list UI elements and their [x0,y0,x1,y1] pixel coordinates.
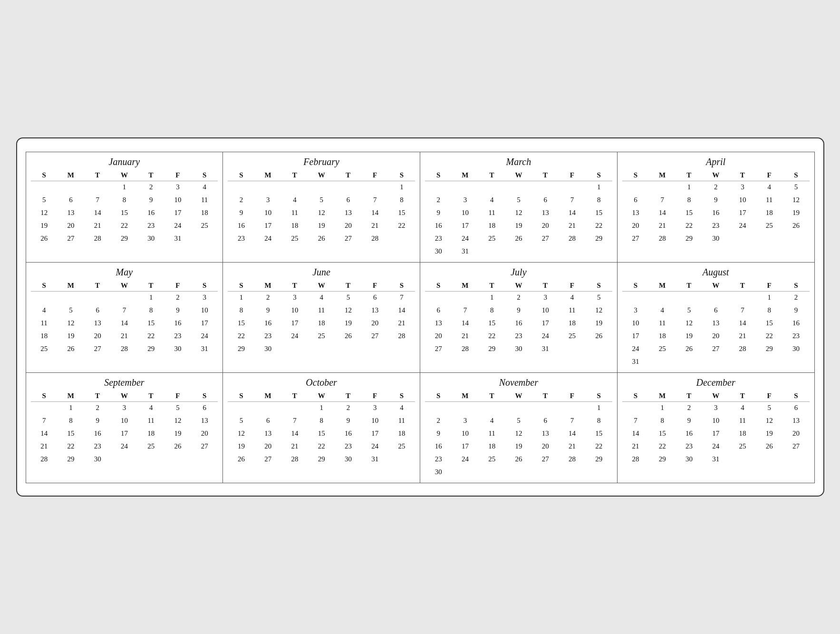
day-header: F [164,390,191,402]
day-cell: 6 [191,402,218,415]
day-cell: 19 [505,220,532,233]
day-cell [84,181,111,194]
day-cell [452,466,478,479]
day-cell: 8 [388,194,415,207]
day-cell: 23 [505,330,532,343]
footer-text [26,483,815,487]
day-cell: 24 [532,330,559,343]
day-cell [388,233,415,245]
day-cell: 11 [649,317,676,330]
day-grid: SMTWTFS123456789101112131415161718192021… [425,390,612,479]
day-cell [31,181,58,194]
day-cell [676,292,702,304]
day-cell: 23 [138,220,164,233]
day-cell: 21 [559,440,585,453]
day-cell: 4 [479,194,505,207]
day-cell [649,181,676,194]
day-header: T [729,170,756,181]
day-header: S [31,280,58,292]
day-cell: 16 [84,428,111,440]
day-cell: 13 [622,207,649,220]
day-cell: 13 [703,317,729,330]
day-cell: 27 [782,440,809,453]
day-cell: 14 [84,207,111,220]
month-name: February [228,155,415,170]
day-cell [255,402,281,415]
day-cell [729,233,756,245]
day-cell: 3 [281,292,308,304]
day-cell: 21 [111,330,137,343]
day-cell: 12 [586,304,612,317]
day-cell: 30 [84,453,111,466]
day-cell: 20 [782,428,809,440]
calendar-container: JanuarySMTWTFS12345678910111213141516171… [16,137,824,497]
day-cell: 12 [164,415,191,428]
day-cell: 11 [756,194,782,207]
day-grid: SMTWTFS123456789101112131415161718192021… [425,170,612,258]
day-cell: 16 [782,317,809,330]
day-cell [228,181,254,194]
day-cell: 8 [756,304,782,317]
day-cell [191,453,218,466]
day-cell: 6 [532,194,559,207]
day-cell: 21 [649,220,676,233]
day-cell: 7 [559,194,585,207]
day-cell [756,233,782,245]
day-cell: 14 [622,428,649,440]
day-header: W [308,390,335,402]
day-cell: 9 [255,304,281,317]
day-cell: 21 [622,440,649,453]
month-name: October [228,375,415,390]
day-cell: 17 [111,428,137,440]
day-header: T [729,280,756,292]
day-cell: 29 [58,453,84,466]
day-header: F [559,390,585,402]
day-cell: 20 [532,440,559,453]
day-cell: 17 [532,317,559,330]
day-header: S [586,390,612,402]
day-cell: 3 [452,194,478,207]
day-cell: 17 [255,220,281,233]
day-cell: 3 [164,181,191,194]
day-cell: 18 [388,428,415,440]
day-cell [425,292,452,304]
day-header: S [191,170,218,181]
day-header: S [31,170,58,181]
day-header: F [362,170,388,181]
month-name: January [31,155,218,170]
day-cell: 28 [84,233,111,245]
day-header: W [703,280,729,292]
day-cell: 4 [388,402,415,415]
day-cell: 4 [138,402,164,415]
day-cell [532,402,559,415]
day-cell: 19 [586,317,612,330]
day-cell: 29 [649,453,676,466]
day-cell: 2 [703,181,729,194]
day-cell [559,402,585,415]
month-cell-august: AugustSMTWTFS123456789101112131415161718… [618,263,815,373]
day-cell: 13 [532,207,559,220]
day-cell: 22 [308,440,335,453]
day-cell: 9 [164,304,191,317]
day-cell: 26 [31,233,58,245]
day-cell: 7 [729,304,756,317]
day-header: T [676,280,702,292]
day-cell: 5 [505,415,532,428]
day-cell [31,292,58,304]
day-cell: 27 [84,343,111,356]
day-cell: 25 [31,343,58,356]
day-cell: 25 [308,330,335,343]
day-cell: 24 [281,330,308,343]
day-cell: 21 [281,440,308,453]
day-cell: 1 [58,402,84,415]
day-grid: SMTWTFS123456789101112131415161718192021… [228,170,415,245]
day-cell: 10 [703,415,729,428]
day-cell: 10 [452,428,478,440]
day-cell: 11 [729,415,756,428]
day-cell: 15 [111,207,137,220]
day-cell: 3 [622,304,649,317]
day-cell: 6 [335,194,361,207]
day-cell: 11 [479,428,505,440]
day-cell: 17 [191,317,218,330]
day-header: S [782,170,809,181]
